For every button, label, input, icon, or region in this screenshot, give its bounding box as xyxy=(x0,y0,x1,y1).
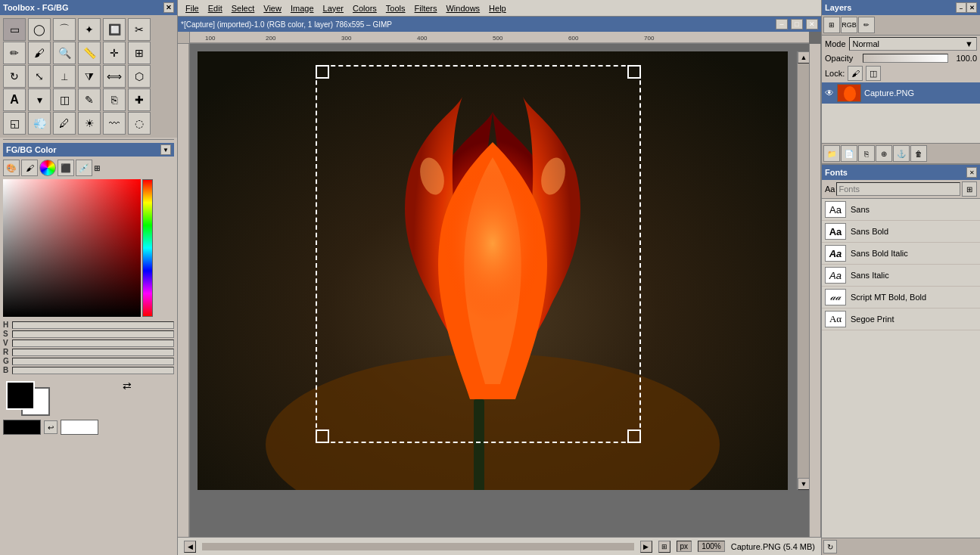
fonts-close-button[interactable]: ✕ xyxy=(966,167,977,178)
zoom-tool[interactable]: 🔍 xyxy=(53,42,76,64)
dodge-burn-tool[interactable]: ☀ xyxy=(78,112,101,135)
paths-tab[interactable]: ✏ xyxy=(858,17,875,33)
new-layer-button[interactable]: 📄 xyxy=(841,145,857,162)
image-menu[interactable]: Image xyxy=(286,2,319,14)
fonts-refresh-button[interactable]: ↻ xyxy=(823,540,837,553)
anchor-layer-button[interactable]: ⚓ xyxy=(893,145,910,162)
select-menu[interactable]: Select xyxy=(227,2,260,14)
color-gradient-area[interactable] xyxy=(3,179,141,317)
bucket-fill-tool[interactable]: ▾ xyxy=(28,88,51,111)
blend-tool[interactable]: ◫ xyxy=(53,88,76,111)
pencil-tool[interactable]: ✎ xyxy=(78,88,101,111)
move-tool[interactable]: ✛ xyxy=(103,42,126,64)
layer-visibility-eye[interactable]: 👁 xyxy=(825,88,834,98)
hue-slider-bar[interactable] xyxy=(12,321,174,329)
scroll-right-button[interactable]: ▶ xyxy=(640,541,652,553)
rect-select-tool[interactable]: ▭ xyxy=(3,18,26,41)
blue-slider-bar[interactable] xyxy=(12,367,174,374)
ellipse-select-tool[interactable]: ◯ xyxy=(28,18,51,41)
duplicate-layer-button[interactable]: ⎘ xyxy=(858,145,875,162)
view-menu[interactable]: View xyxy=(259,2,286,14)
edit-menu[interactable]: Edit xyxy=(204,2,227,14)
scroll-down-button[interactable]: ▼ xyxy=(798,478,809,490)
expand-canvas-button[interactable]: ⊞ xyxy=(658,541,670,553)
tools-menu[interactable]: Tools xyxy=(381,2,410,14)
fonts-search-input[interactable] xyxy=(836,182,960,196)
hue-slider[interactable] xyxy=(142,179,153,317)
erase-tool[interactable]: ◱ xyxy=(3,112,26,135)
new-layer-group-button[interactable]: 📁 xyxy=(823,145,840,162)
color-wheel-button[interactable] xyxy=(39,160,56,176)
font-item-segoe-print[interactable]: Aα Segoe Print xyxy=(822,309,980,330)
file-menu[interactable]: File xyxy=(181,2,204,14)
unit-selector[interactable]: px xyxy=(677,541,692,552)
opacity-slider[interactable] xyxy=(863,54,948,63)
free-select-tool[interactable]: ⌒ xyxy=(53,18,76,41)
layer-menu[interactable]: Layer xyxy=(319,2,349,14)
rotate-tool[interactable]: ↻ xyxy=(3,65,26,88)
airbrush-tool[interactable]: 💨 xyxy=(28,112,51,135)
heal-tool[interactable]: ✚ xyxy=(128,88,151,111)
help-menu[interactable]: Help xyxy=(484,2,511,14)
layer-item[interactable]: 👁 Capture.PNG xyxy=(822,82,980,104)
red-slider-bar[interactable] xyxy=(12,349,174,356)
color-reset-button[interactable]: ↩ xyxy=(44,420,58,434)
fg-select-tool[interactable]: 🔲 xyxy=(103,18,126,41)
delete-layer-button[interactable]: 🗑 xyxy=(910,145,927,162)
paths-tool[interactable]: ✏ xyxy=(3,42,26,64)
ink-tool[interactable]: 🖊 xyxy=(53,112,76,135)
fg-bg-collapse-button[interactable]: ▼ xyxy=(160,144,171,155)
fuzzy-select-tool[interactable]: ✦ xyxy=(78,18,101,41)
toolbox-close-button[interactable]: ✕ xyxy=(163,2,174,13)
foreground-color-swatch[interactable] xyxy=(6,381,35,410)
shear-tool[interactable]: ⟂ xyxy=(53,65,76,88)
measure-tool[interactable]: 📏 xyxy=(78,42,101,64)
color-palette-button[interactable]: ⬛ xyxy=(58,160,74,176)
smudge-tool[interactable]: 〰 xyxy=(103,112,126,135)
channels-tab[interactable]: RGB xyxy=(841,17,857,33)
layers-tab[interactable]: ⊞ xyxy=(823,17,840,33)
color-watercolor-button[interactable]: 🖌 xyxy=(21,160,38,176)
value-slider-bar[interactable] xyxy=(12,340,174,347)
perspective-tool[interactable]: ⧩ xyxy=(78,65,101,88)
paintbrush-tool[interactable]: 🖌 xyxy=(28,42,51,64)
colors-menu[interactable]: Colors xyxy=(348,2,381,14)
scissors-tool[interactable]: ✂ xyxy=(128,18,151,41)
canvas-viewport[interactable]: ▲ ▼ xyxy=(190,44,809,537)
align-tool[interactable]: ⊞ xyxy=(128,42,151,64)
layers-close-button[interactable]: ✕ xyxy=(966,2,977,13)
font-item-sans-italic[interactable]: Aa Sans Italic xyxy=(822,265,980,287)
clone-tool[interactable]: ⎘ xyxy=(103,88,126,111)
layers-minimize-button[interactable]: – xyxy=(956,2,966,13)
lock-alpha-button[interactable]: ◫ xyxy=(866,66,881,81)
color-picker-button[interactable]: 💉 xyxy=(76,160,92,176)
saturation-slider-bar[interactable] xyxy=(12,330,174,338)
font-item-sans-bold-italic[interactable]: Aa Sans Bold Italic xyxy=(822,243,980,265)
scroll-left-button[interactable]: ◀ xyxy=(184,541,196,553)
color-expand-button[interactable]: ⊞ xyxy=(94,164,100,172)
scale-tool[interactable]: ⤡ xyxy=(28,65,51,88)
font-item-sans[interactable]: Aa Sans xyxy=(822,199,980,221)
canvas-minimize-button[interactable]: – xyxy=(776,19,788,29)
flip-tool[interactable]: ⟺ xyxy=(103,65,126,88)
lock-pixel-button[interactable]: 🖌 xyxy=(848,66,863,81)
windows-menu[interactable]: Windows xyxy=(441,2,484,14)
scroll-up-button[interactable]: ▲ xyxy=(798,51,809,64)
fonts-view-button[interactable]: ⊞ xyxy=(962,181,977,197)
zoom-display[interactable]: 100% xyxy=(698,541,725,552)
layer-mode-select[interactable]: Normal ▼ xyxy=(849,37,977,51)
convolve-tool[interactable]: ◌ xyxy=(128,112,151,135)
color-presets-button[interactable]: 🎨 xyxy=(3,160,20,176)
filters-menu[interactable]: Filters xyxy=(410,2,442,14)
canvas-maximize-button[interactable]: □ xyxy=(791,19,803,29)
merge-layer-button[interactable]: ⊕ xyxy=(876,145,892,162)
cage-tool[interactable]: ⬡ xyxy=(128,65,151,88)
text-tool[interactable]: A xyxy=(3,88,26,111)
swap-colors-button[interactable]: ⇄ xyxy=(123,380,132,392)
green-slider-bar[interactable] xyxy=(12,358,174,365)
font-item-script-mt[interactable]: 𝒶𝒶 Script MT Bold, Bold xyxy=(822,287,980,309)
font-item-sans-bold[interactable]: Aa Sans Bold xyxy=(822,221,980,243)
canvas-close-button[interactable]: ✕ xyxy=(806,19,818,29)
scroll-v-track[interactable] xyxy=(798,64,809,478)
scroll-h-track[interactable] xyxy=(202,543,634,550)
